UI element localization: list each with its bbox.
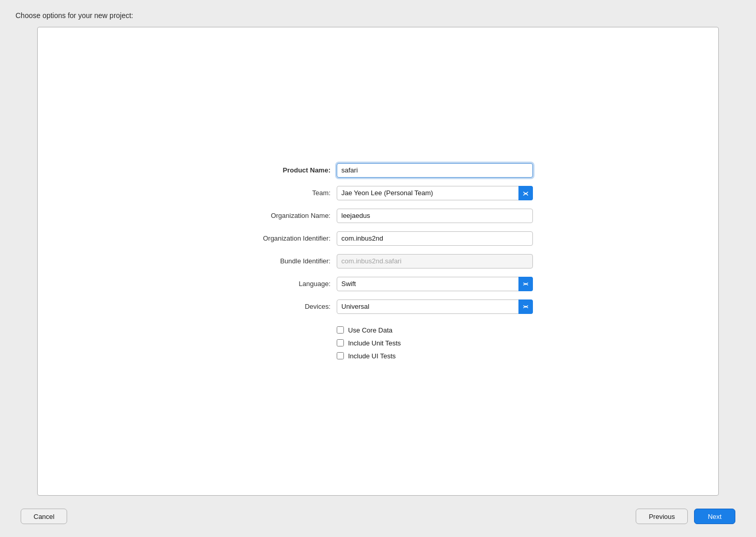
include-ui-tests-row[interactable]: Include UI Tests — [337, 352, 533, 360]
team-label: Team: — [223, 189, 337, 197]
devices-label: Devices: — [223, 303, 337, 310]
org-id-label: Organization Identifier: — [223, 234, 337, 242]
next-button[interactable]: Next — [694, 509, 735, 524]
product-name-label: Product Name: — [223, 166, 337, 174]
page-header: Choose options for your new project: — [0, 0, 756, 27]
org-id-input[interactable] — [337, 231, 533, 246]
main-panel: Product Name: Team: Jae Yeon Lee (Person… — [37, 27, 719, 496]
include-unit-tests-checkbox[interactable] — [337, 339, 344, 346]
team-select-wrapper: Jae Yeon Lee (Personal Team) — [337, 186, 533, 200]
language-label: Language: — [223, 280, 337, 288]
org-name-row: Organization Name: — [223, 209, 533, 223]
org-name-input[interactable] — [337, 209, 533, 223]
bundle-id-row: Bundle Identifier: — [223, 254, 533, 268]
include-ui-tests-checkbox[interactable] — [337, 352, 344, 359]
language-select[interactable]: Swift — [337, 277, 533, 291]
footer-right-buttons: Previous Next — [636, 509, 735, 524]
language-row: Language: Swift — [223, 277, 533, 291]
use-core-data-row[interactable]: Use Core Data — [337, 326, 533, 334]
language-select-wrapper: Swift — [337, 277, 533, 291]
devices-select[interactable]: Universal — [337, 299, 533, 314]
bundle-id-label: Bundle Identifier: — [223, 257, 337, 265]
use-core-data-label: Use Core Data — [348, 326, 392, 334]
product-name-input[interactable] — [337, 163, 533, 178]
bundle-id-input — [337, 254, 533, 268]
org-name-label: Organization Name: — [223, 212, 337, 219]
use-core-data-checkbox[interactable] — [337, 326, 344, 334]
include-unit-tests-row[interactable]: Include Unit Tests — [337, 339, 533, 347]
footer: Cancel Previous Next — [0, 496, 756, 537]
include-ui-tests-label: Include UI Tests — [348, 352, 396, 360]
include-unit-tests-label: Include Unit Tests — [348, 339, 401, 347]
devices-row: Devices: Universal — [223, 299, 533, 314]
form-area: Product Name: Team: Jae Yeon Lee (Person… — [223, 163, 533, 360]
cancel-button[interactable]: Cancel — [21, 509, 67, 524]
page-title: Choose options for your new project: — [15, 11, 133, 20]
team-row: Team: Jae Yeon Lee (Personal Team) — [223, 186, 533, 200]
product-name-row: Product Name: — [223, 163, 533, 178]
devices-select-wrapper: Universal — [337, 299, 533, 314]
previous-button[interactable]: Previous — [636, 509, 688, 524]
team-select[interactable]: Jae Yeon Lee (Personal Team) — [337, 186, 533, 200]
checkboxes-group: Use Core Data Include Unit Tests Include… — [337, 326, 533, 360]
org-id-row: Organization Identifier: — [223, 231, 533, 246]
